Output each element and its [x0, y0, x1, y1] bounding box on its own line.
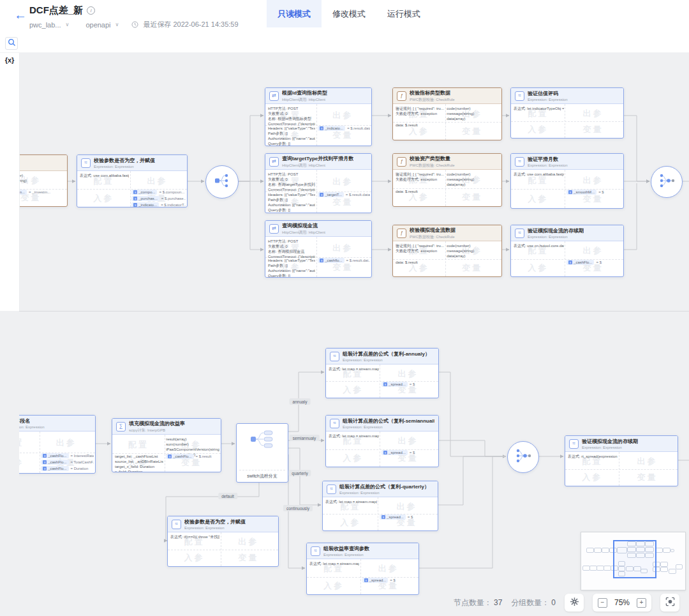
node-body: 配置出参入参变量验证规则: [ { "required": tru...失败处理… — [393, 104, 501, 140]
node-body: 配置出参入参变量HTTP方法: POST失败重试: 0名称: 查询模拟现金流Co… — [265, 237, 371, 277]
node-header: ƒ校验指标类型数据PWC数据校验: CheckRule — [393, 88, 501, 104]
search-button[interactable] — [5, 37, 18, 50]
variable-tag[interactable]: x_cashFlo... — [41, 466, 68, 471]
variable-tag[interactable]: x_spread... — [380, 515, 406, 520]
node-config: HTTP方法: POST失败重试: 0名称: 根据id查询指标类型Connect… — [268, 106, 315, 126]
param-bindings: x_cashFlo...= InterestRatex_cashFlo...= … — [41, 453, 94, 472]
flow-node-l-quarter[interactable]: ≈组装计算点差的公式（复利-quarterly）Expression: Expr… — [322, 481, 438, 531]
flow-node-u-partial[interactable]: ƒ配置出参入参变量code(number)message(string)data… — [19, 154, 68, 207]
tab-readonly-mode[interactable]: 只读模式 — [267, 0, 322, 27]
tab-edit-mode[interactable]: 修改模式 — [322, 0, 376, 27]
back-button[interactable]: ← — [10, 8, 31, 22]
node-config: 表达式: rt_spread(expression =v-... — [568, 454, 618, 459]
node-header: ∑填充模拟现金流的收益率scipy计算: InterpGPB — [112, 419, 221, 435]
variable-tag[interactable]: x_targetT... — [318, 192, 344, 197]
node-body: 配置出参入参变量表达式: let map = stream.map()...x_… — [323, 497, 438, 530]
binding-value: = _investm... — [29, 190, 50, 194]
watermark-in: 入参 — [340, 517, 360, 529]
variable-tag[interactable]: x_cashFlo... — [41, 460, 68, 465]
breadcrumb: pwc_lab... ∨ openapi ∨ 最近保存 2022-06-21 1… — [29, 20, 239, 29]
config-line: data: $.result — [396, 123, 444, 128]
flow-node-l-semi[interactable]: ≈组装计算点差的公式（复利-semiannually）Expression: E… — [325, 415, 439, 467]
flow-canvas[interactable]: ƒ配置出参入参变量code(number)message(string)data… — [0, 52, 689, 616]
variable-tag[interactable]: x_cashflo... — [318, 258, 344, 263]
watermark-in: 入参 — [184, 552, 205, 564]
variable-tag[interactable]: x_compo... — [131, 190, 157, 195]
config-line: 表达式: let map = stream.map()... — [329, 366, 379, 372]
flow-node-l-verify[interactable]: ≈验证模拟现金流的存续期Expression: Expression配置出参入参… — [565, 435, 678, 486]
flow-node-u-check-assign[interactable]: ≈校验参数是否为空，并赋值Expression: Expression配置出参入… — [77, 154, 188, 207]
zoom-in-button[interactable]: + — [637, 598, 646, 608]
variable-tag[interactable]: x_indicato... — [318, 126, 345, 131]
node-body: 配置出参入参变量表达式: use cn.hutool.core.date...x… — [511, 241, 623, 276]
flow-node-u-rule-2[interactable]: ƒ校验资产类型数量PWC数据校验: CheckRule配置出参入参变量验证规则:… — [392, 153, 502, 207]
watermark-out: 出参 — [582, 175, 603, 186]
node-title: 校验指标类型数据 — [410, 89, 455, 96]
flow-node-u-exp-3[interactable]: ≈验证模拟现金流的存续期Expression: Expression配置出参入参… — [510, 225, 624, 277]
variable-tag[interactable]: x_spread... — [382, 382, 408, 387]
settings-button[interactable] — [565, 594, 584, 612]
variable-tag[interactable]: x_cashFlo... — [567, 260, 594, 265]
watermark-out: 出参 — [582, 245, 603, 257]
binding-value: = $ — [390, 578, 396, 582]
node-subtitle: Expression: Expression — [339, 491, 429, 495]
variable-tag[interactable]: x_spread... — [362, 578, 389, 583]
minimap[interactable] — [581, 532, 686, 590]
flow-node-u-http-2[interactable]: ⇄查询targetType并找到平滑月数HttpClient调用: HttpCl… — [265, 153, 372, 213]
node-body: 配置出参入参变量HTTP方法: POST失败重试: 0名称: 查询targetT… — [265, 170, 371, 213]
zoom-out-button[interactable]: − — [598, 598, 607, 608]
flow-node-l-params[interactable]: ≈组装收益率查询参数Expression: Expression配置出参入参变量… — [306, 543, 419, 595]
fit-view-button[interactable] — [660, 594, 679, 612]
config-line: Authorization: [{"name":"authTyp... — [268, 268, 315, 273]
variable-tag[interactable]: x_cashFlo... — [166, 454, 193, 459]
flow-node-l-check2[interactable]: ≈校验参数是否为空，并赋值Expression: Expression配置出参入… — [167, 516, 279, 567]
watermark-out: 出参 — [396, 501, 417, 513]
node-title: 查询模拟现金流 — [282, 222, 325, 229]
node-body: 配置出参入参变量验证规则: [ { "required": tru...失败处理… — [393, 170, 501, 206]
flow-node-u-http-3[interactable]: ⇄查询模拟现金流HttpClient调用: HttpClient配置出参入参变量… — [265, 220, 372, 278]
join-node-join-2[interactable] — [507, 441, 539, 473]
expression-node-icon: ≈ — [172, 520, 181, 529]
node-body: 配置出参入参变量HTTP方法: POST失败重试: 0名称: 根据id查询指标类… — [265, 104, 371, 146]
param-binding: x_indicato...= $.indicatorT... — [131, 202, 186, 207]
fork-node-fork-1[interactable] — [205, 165, 239, 199]
variable-tag[interactable]: x_purchas... — [131, 196, 159, 201]
flow-edge — [623, 116, 649, 181]
node-header: ≈组装计算点差的公式（复利-semiannually）Expression: E… — [326, 416, 438, 432]
flow-node-l-annualy[interactable]: ≈组装计算点差的公式（复利-annualy）Expression: Expres… — [325, 348, 439, 398]
node-subtitle: Expression: Expression — [343, 425, 434, 429]
flow-node-u-exp-2[interactable]: ≈验证平滑月数Expression: Expression配置出参入参变量表达式… — [510, 153, 624, 209]
mode-tabs: 只读模式修改模式运行模式 — [267, 0, 431, 27]
watermark-out: 出参 — [582, 108, 603, 119]
flow-node-u-http-1[interactable]: ⇄根据id查询指标类型HttpClient调用: HttpClient配置出参入… — [265, 87, 372, 146]
flow-node-u-exp-1[interactable]: ≈验证估值评码Expression: Expression配置出参入参变量表达式… — [510, 87, 624, 139]
flow-node-switch-1[interactable]: switch流程分支 — [236, 423, 288, 483]
variable-tag[interactable]: x_smoothM... — [567, 190, 596, 195]
join-node-join-1[interactable] — [651, 166, 683, 198]
expression-node-icon: ≈ — [515, 229, 524, 238]
node-header: ≈校验参数是否为空，并赋值Expression: Expression — [168, 516, 278, 532]
http-node-icon: ⇄ — [269, 91, 279, 101]
service-select[interactable]: openapi — [85, 21, 110, 29]
config-line: Query参数: [] — [268, 207, 315, 213]
node-header: ≈组装计算点差的公式（复利-annualy）Expression: Expres… — [326, 349, 438, 364]
flow-node-u-rule-3[interactable]: ƒ校验模拟现金流数据PWC数据校验: CheckRule配置出参入参变量验证规则… — [392, 225, 502, 277]
flow-node-l-fill[interactable]: ∑填充模拟现金流的收益率scipy计算: InterpGPB配置出参入参变量ta… — [112, 418, 221, 472]
variable-tag[interactable]: x_spread... — [382, 450, 408, 455]
variables-icon[interactable]: {x} — [0, 56, 19, 64]
minimap-viewport[interactable] — [613, 540, 656, 578]
node-body: 配置出参入参变量表达式: let map = stream.map()...x_… — [326, 364, 438, 398]
workspace-select[interactable]: pwc_lab... — [29, 21, 61, 29]
rule-node-icon: ƒ — [397, 91, 406, 101]
flow-edge — [623, 183, 637, 250]
flow-node-u-rule-1[interactable]: ƒ校验指标类型数据PWC数据校验: CheckRule配置出参入参变量验证规则:… — [392, 87, 502, 140]
flow-node-l-partial[interactable]: ≈设置字段名Expression: Expression配置出参入参变量Rate… — [19, 415, 96, 474]
variable-tag[interactable]: x_indicato... — [131, 202, 159, 207]
node-body: 配置出参入参变量Rate =...x_cashFlo...= InterestR… — [19, 432, 95, 473]
param-binding: x_cashFlo...= InterestRate — [41, 453, 94, 458]
variable-tag[interactable]: x_cashFlo... — [41, 453, 68, 458]
config-line: Headers: [{"valueType":"Text","n... — [268, 192, 315, 197]
tab-run-mode[interactable]: 运行模式 — [376, 0, 431, 27]
variable-tag[interactable]: x_investm... — [19, 190, 27, 195]
config-line: 失败重试: 0 — [268, 111, 315, 116]
